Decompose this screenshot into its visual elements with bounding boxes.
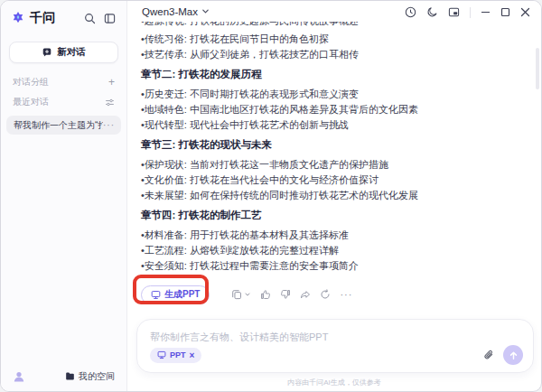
ppt-skill-tag[interactable]: PPT × [150, 348, 201, 363]
bullet-line: •技艺传承: 从师父到徒弟，打铁花技艺的口耳相传 [141, 47, 536, 62]
conversation-more-icon[interactable]: ··· [103, 120, 115, 130]
ppt-tag-label: PPT [170, 350, 186, 359]
section-heading: 章节三: 打铁花的现状与未来 [141, 137, 536, 153]
sidebar-footer: 我的空间 [1, 361, 126, 391]
bullet-line: •现代转型: 现代社会中打铁花艺术的创新与挑战 [141, 117, 536, 133]
scrollbar-thumb[interactable] [536, 48, 539, 89]
sidebar: 千问 新对话 对话分组 + 最近对话 [1, 1, 127, 391]
send-button[interactable] [503, 345, 523, 365]
more-actions-icon[interactable]: ··· [340, 289, 352, 300]
attachment-paperclip-icon[interactable] [483, 350, 494, 360]
model-label: Qwen3-Max [142, 6, 198, 17]
groups-label: 对话分组 [13, 76, 49, 89]
my-space-label: 我的空间 [79, 370, 115, 383]
composer-toolbar: PPT × [150, 345, 523, 365]
new-chat-label: 新对话 [57, 46, 86, 59]
bullet-line: •传统习俗: 打铁花在民间节日中的角色初探 [141, 32, 536, 47]
new-chat-icon [42, 47, 52, 58]
model-selector[interactable]: Qwen3-Max [142, 6, 210, 17]
bullet-line: •历史变迁: 不同时期打铁花的表现形式和意义演变 [141, 87, 536, 102]
bullet-line: •工艺流程: 从熔铁到绽放铁花的完整过程详解 [141, 243, 536, 258]
bullet-line: •地域特色: 中国南北地区打铁花的风格差异及其背后的文化因素 [141, 102, 536, 117]
minimize-icon[interactable] [481, 7, 491, 17]
share-icon[interactable] [300, 289, 311, 300]
remove-tag-icon[interactable]: × [190, 350, 195, 360]
ai-disclaimer: 内容由千问AI生成，仅供参考 [127, 378, 541, 387]
ppt-monitor-icon [157, 350, 166, 359]
chat-content: •起源传说: 打铁花的历史起源与民间传说故事概述 •传统习俗: 打铁花在民间节日… [127, 22, 536, 315]
app-title: 千问 [30, 10, 55, 26]
dark-mode-moon-icon[interactable] [426, 6, 438, 18]
ppt-monitor-icon [151, 290, 161, 300]
qwen-logo-icon [11, 11, 25, 25]
composer[interactable]: PPT × [136, 319, 534, 373]
conversation-groups-row[interactable]: 对话分组 + [1, 76, 126, 89]
chevron-down-icon [201, 7, 210, 15]
maximize-icon[interactable] [500, 7, 510, 17]
history-icon[interactable] [405, 6, 416, 18]
copy-button[interactable] [231, 289, 251, 300]
app-window: 千问 新对话 对话分组 + 最近对话 [0, 0, 542, 392]
user-avatar[interactable] [13, 370, 25, 383]
section-heading: 章节二: 打铁花的发展历程 [141, 67, 536, 82]
thumbs-up-icon[interactable] [260, 289, 271, 300]
collapse-sidebar-icon[interactable] [104, 13, 116, 24]
logo-row: 千问 [1, 1, 126, 30]
bullet-line: •未来展望: 如何在保持传统的同时推动打铁花艺术的现代化发展 [141, 188, 536, 203]
recent-label: 最近对话 [13, 96, 49, 108]
generate-ppt-button[interactable]: 生成PPT [141, 285, 210, 304]
filter-icon[interactable] [105, 98, 115, 107]
bullet-line: •材料准备: 用于打铁花的基本材料及其选择标准 [141, 228, 536, 243]
generate-ppt-label: 生成PPT [164, 288, 200, 301]
titlebar-divider [470, 7, 471, 18]
close-icon[interactable] [520, 7, 530, 17]
search-icon[interactable] [84, 13, 96, 24]
mini-window-icon[interactable] [448, 6, 460, 18]
conversation-title: 帮我制作一个主题为“打铁... [14, 119, 103, 132]
bullet-line: •保护现状: 当前对打铁花这一非物质文化遗产的保护措施 [141, 157, 536, 173]
recent-chats-row[interactable]: 最近对话 [1, 96, 126, 108]
regenerate-icon[interactable] [320, 289, 331, 300]
chevron-down-icon [244, 291, 251, 298]
message-actions-row: 生成PPT ··· [141, 285, 536, 304]
titlebar: Qwen3-Max [127, 1, 541, 22]
section-heading: 章节四: 打铁花的制作工艺 [141, 208, 536, 223]
clipped-scrolled-line: •起源传说: 打铁花的历史起源与民间传说故事概述 [141, 22, 536, 32]
my-space-button[interactable]: 我的空间 [65, 370, 115, 383]
folder-icon [65, 371, 75, 381]
conversation-item[interactable]: 帮我制作一个主题为“打铁... ··· [6, 116, 121, 135]
thumbs-down-icon[interactable] [280, 289, 291, 300]
bullet-line: •安全须知: 打铁花过程中需要注意的安全事项简介 [141, 258, 536, 274]
bullet-line: •文化价值: 打铁花在当代社会中的文化与经济价值探讨 [141, 173, 536, 188]
new-chat-button[interactable]: 新对话 [9, 42, 118, 63]
message-input[interactable] [150, 331, 520, 342]
add-group-icon[interactable]: + [108, 76, 115, 89]
